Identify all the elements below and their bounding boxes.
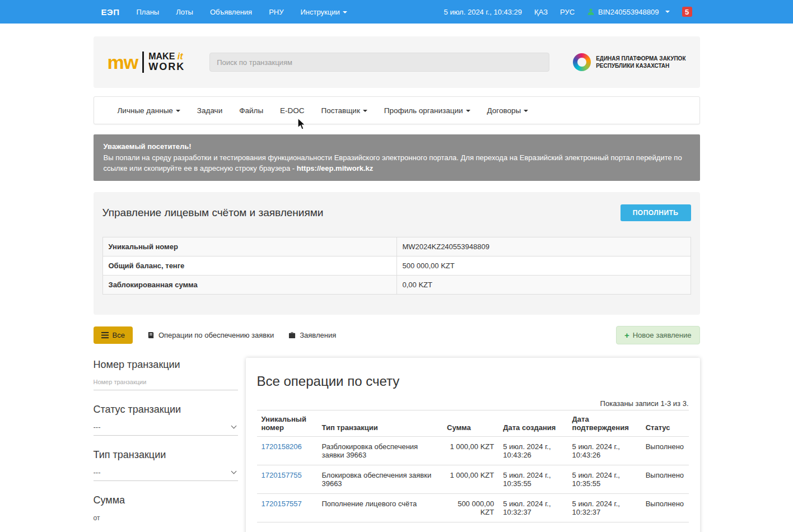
notice-body: Вы попали на среду разработки и тестиров… [104,153,682,173]
topnav-item-plans[interactable]: Планы [136,8,159,16]
tab-applications-label: Заявления [300,331,336,339]
transaction-id-link[interactable]: 1720157755 [262,471,302,479]
user-menu[interactable]: BIN240553948809 [587,8,669,16]
topnav-item-instructions[interactable]: Инструкции [300,8,347,16]
type-select[interactable]: --- [94,464,238,481]
col-amount: Сумма [442,410,498,436]
transactions-table: Уникальный номер Тип транзакции Сумма Да… [257,410,689,522]
topnav-item-instructions-label: Инструкции [300,8,339,16]
status-badge: Выполнено [641,465,689,493]
filter-amount-label: Сумма [94,494,238,506]
transaction-created: 5 июл. 2024 г., 10:35:55 [498,465,567,493]
nav-item-supplier[interactable]: Поставщик [321,106,367,115]
table-row: 1720158206 Разблокировка обеспечения зая… [257,436,689,465]
col-status: Статус [641,410,689,436]
transaction-type: Блокировка обеспечения заявки 39663 [317,465,442,493]
transaction-created: 5 июл. 2024 г., 10:32:37 [498,493,567,522]
platform-name-line2: РЕСПУБЛИКИ КАЗАХСТАН [596,63,669,69]
col-transaction-type: Тип транзакции [317,410,442,436]
transaction-amount: 500 000,00 KZT [442,493,498,522]
lang-kaz[interactable]: ҚАЗ [534,8,548,16]
nav-item-contracts[interactable]: Договоры [487,106,529,115]
account-row-label: Общий баланс, тенге [102,256,396,275]
platform-logo-block: ЕДИНАЯ ПЛАТФОРМА ЗАКУПОК РЕСПУБЛИКИ КАЗА… [573,53,685,71]
filter-transaction-number-label: Номер транзакции [94,359,238,371]
briefcase-icon [288,332,296,339]
transactions-card: Все операции по счету Показаны записи 1-… [246,358,700,532]
chevron-down-icon [363,110,367,112]
table-row: Заблокированная сумма 0,00 KZT [102,275,691,294]
notice-title: Уважаемый посетитель! [104,141,690,152]
topnav-item-rnu[interactable]: РНУ [269,8,283,16]
col-confirmed-date: Дата подтверждения [568,410,641,436]
chevron-down-icon [524,110,528,112]
new-application-button[interactable]: + Новое заявление [616,326,700,344]
plus-icon: + [624,331,629,339]
nav-item-org-profile[interactable]: Профиль организации [384,106,470,115]
tab-operations-label: Операции по обеспечению заявки [158,331,274,339]
lang-rus[interactable]: РУС [560,8,575,16]
logo-make: MAKE [148,52,175,61]
transaction-confirmed: 5 июл. 2024 г., 10:35:55 [568,465,641,493]
transaction-id-link[interactable]: 1720157557 [262,500,302,508]
table-header-row: Уникальный номер Тип транзакции Сумма Да… [257,410,689,436]
amount-from-input[interactable] [94,522,238,532]
account-card: Управление лицевым счётом и заявлениями … [94,192,700,315]
account-table: Уникальный номер MW2024KZ240553948809 Об… [102,237,691,295]
account-row-value: MW2024KZ240553948809 [396,237,691,256]
notifications-badge[interactable]: 5 [682,7,692,17]
search-input[interactable] [209,53,549,72]
tab-operations[interactable]: Операции по обеспечению заявки [147,331,274,339]
transaction-number-input[interactable] [94,374,238,390]
transaction-amount: 1 000,00 KZT [442,436,498,465]
chevron-down-icon [466,110,470,112]
datetime: 5 июл. 2024 г., 10:43:29 [444,8,523,16]
nav-item-personal-data-label: Личные данные [118,106,173,115]
notice-link[interactable]: https://eep.mitwork.kz [297,164,374,172]
chevron-down-icon [343,11,347,13]
top-navbar: ЕЭП Планы Лоты Объявления РНУ Инструкции… [0,0,793,24]
table-row: Уникальный номер MW2024KZ240553948809 [102,237,691,256]
book-icon [147,332,155,339]
account-row-value: 0,00 KZT [396,275,691,294]
transaction-type: Пополнение лицевого счёта [317,493,442,522]
topnav-right: 5 июл. 2024 г., 10:43:29 ҚАЗ РУС BIN2405… [444,7,692,17]
nav-item-edoc[interactable]: E-DOC [280,106,305,115]
table-row: Общий баланс, тенге 500 000,00 KZT [102,256,691,275]
secondary-navbar: Личные данные Задачи Файлы E-DOC Поставщ… [94,96,700,124]
tab-all[interactable]: Все [94,326,133,344]
goszakup-globe-icon [573,53,591,71]
transactions-title: Все операции по счету [257,374,689,389]
nav-item-personal-data[interactable]: Личные данные [118,106,180,115]
logo-work: WORK [148,62,185,72]
topnav-item-announcements[interactable]: Объявления [210,8,252,16]
chevron-down-icon [665,11,670,13]
status-badge: Выполнено [641,436,689,465]
brand-eep[interactable]: ЕЭП [101,7,120,17]
transaction-id-link[interactable]: 1720158206 [262,442,302,451]
results-summary: Показаны записи 1-3 из 3. [257,399,689,408]
nav-item-tasks[interactable]: Задачи [197,106,222,115]
tabs-row: Все Операции по обеспечению заявки Заявл… [94,326,700,344]
status-badge: Выполнено [641,493,689,522]
transaction-amount: 1 000,00 KZT [442,465,498,493]
nav-item-files[interactable]: Файлы [239,106,263,115]
tab-all-label: Все [113,331,125,339]
account-row-label: Уникальный номер [102,237,396,256]
makeitwork-logo[interactable]: mw MAKE it WORK [108,52,185,73]
topnav-item-lots[interactable]: Лоты [176,8,193,16]
tab-applications[interactable]: Заявления [288,331,336,339]
logo-divider [142,52,144,73]
transaction-created: 5 июл. 2024 г., 10:43:26 [498,436,567,465]
transaction-type: Разблокировка обеспечения заявки 39663 [317,436,442,465]
topup-button[interactable]: ПОПОЛНИТЬ [621,204,691,221]
filters-panel: Номер транзакции Статус транзакции --- Т… [94,358,238,532]
nav-item-org-profile-label: Профиль организации [384,106,463,115]
user-icon [587,8,595,16]
account-title: Управление лицевым счётом и заявлениями [102,207,324,219]
platform-name-line1: ЕДИНАЯ ПЛАТФОРМА ЗАКУПОК [596,55,685,62]
topnav-left: ЕЭП Планы Лоты Объявления РНУ Инструкции [101,7,347,17]
account-row-label: Заблокированная сумма [102,275,396,294]
status-select[interactable]: --- [94,419,238,436]
nav-item-supplier-label: Поставщик [321,106,360,115]
